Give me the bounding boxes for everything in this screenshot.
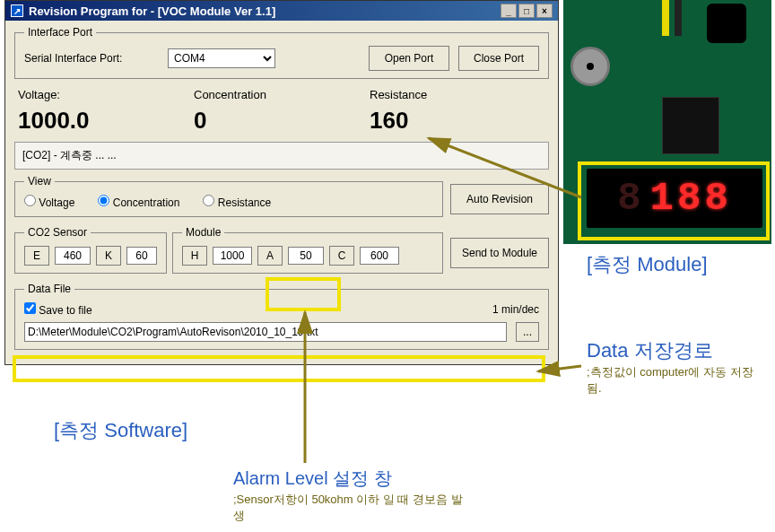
annotation-data-path-sub: ;측정값이 computer에 자동 저장됨. bbox=[587, 364, 766, 397]
maximize-button[interactable]: □ bbox=[518, 4, 535, 18]
c-button[interactable]: C bbox=[329, 246, 354, 266]
window-title: Revision Program for - [VOC Module Ver 1… bbox=[29, 4, 275, 18]
resistance-value: 160 bbox=[370, 107, 545, 135]
annotation-alarm-sub: ;Sensor저항이 50kohm 이하 일 때 경보음 발생 bbox=[233, 492, 466, 524]
interface-port-legend: Interface Port bbox=[24, 26, 96, 39]
auto-revision-button[interactable]: Auto Revision bbox=[450, 184, 549, 214]
com-port-select[interactable]: COM4 bbox=[168, 48, 275, 68]
h-input[interactable] bbox=[213, 247, 252, 265]
concentration-value: 0 bbox=[194, 107, 370, 135]
concentration-label: Concentration bbox=[194, 88, 370, 101]
co2-sensor-group: CO2 Sensor E K bbox=[14, 226, 167, 274]
data-file-group: Data File Save to file 1 min/dec ... bbox=[14, 283, 549, 350]
app-icon: ↗ bbox=[11, 4, 23, 17]
radio-voltage[interactable]: Voltage bbox=[24, 195, 74, 209]
annotation-data-path-title: Data 저장경로 bbox=[587, 337, 713, 364]
e-button[interactable]: E bbox=[24, 246, 49, 266]
k-button[interactable]: K bbox=[96, 246, 121, 266]
save-to-file-checkbox[interactable]: Save to file bbox=[24, 302, 92, 317]
cable-black bbox=[675, 0, 682, 36]
chip-main bbox=[662, 97, 719, 154]
a-input[interactable] bbox=[288, 247, 324, 265]
module-legend: Module bbox=[182, 226, 224, 239]
view-legend: View bbox=[24, 175, 55, 188]
minimize-button[interactable]: _ bbox=[501, 4, 517, 18]
audio-jack bbox=[707, 4, 746, 43]
h-button[interactable]: H bbox=[182, 246, 207, 266]
annotation-software-label: [측정 Software] bbox=[54, 417, 187, 444]
data-file-legend: Data File bbox=[24, 283, 74, 295]
svg-line-1 bbox=[538, 366, 581, 371]
serial-port-label: Serial Interface Port: bbox=[24, 52, 159, 65]
k-input[interactable] bbox=[126, 247, 157, 265]
voltage-label: Voltage: bbox=[18, 88, 194, 101]
c-input[interactable] bbox=[360, 247, 399, 265]
buzzer bbox=[570, 47, 610, 86]
close-port-button[interactable]: Close Port bbox=[458, 46, 539, 71]
voltage-value: 1000.0 bbox=[18, 107, 194, 135]
a-button[interactable]: A bbox=[257, 246, 283, 266]
readings-row: Voltage: 1000.0 Concentration 0 Resistan… bbox=[14, 84, 549, 142]
status-text: [CO2] - 계측중 ... ... bbox=[14, 142, 549, 170]
browse-button[interactable]: ... bbox=[516, 322, 539, 342]
seg-digit-dim: 8 bbox=[617, 176, 644, 221]
annotation-module-label: [측정 Module] bbox=[587, 251, 708, 278]
module-group: Module H A C bbox=[172, 226, 443, 274]
send-to-module-button[interactable]: Send to Module bbox=[450, 238, 549, 268]
radio-resistance[interactable]: Resistance bbox=[203, 195, 271, 209]
view-group: View Voltage Concentration Resistance bbox=[14, 175, 443, 217]
close-button[interactable]: × bbox=[536, 4, 553, 18]
titlebar[interactable]: ↗ Revision Program for - [VOC Module Ver… bbox=[5, 1, 558, 21]
save-rate-label: 1 min/dec bbox=[492, 303, 539, 316]
seg-digit-lit: 188 bbox=[650, 176, 732, 221]
app-window: ↗ Revision Program for - [VOC Module Ver… bbox=[4, 0, 559, 365]
file-path-input[interactable] bbox=[24, 322, 507, 342]
e-input[interactable] bbox=[55, 247, 91, 265]
co2-sensor-legend: CO2 Sensor bbox=[24, 226, 91, 239]
annotation-alarm-title: Alarm Level 설정 창 bbox=[233, 467, 392, 491]
cable-yellow bbox=[662, 0, 669, 36]
resistance-label: Resistance bbox=[370, 88, 545, 101]
seven-segment-display: 8 188 bbox=[587, 169, 762, 228]
interface-port-group: Interface Port Serial Interface Port: CO… bbox=[14, 26, 549, 79]
open-port-button[interactable]: Open Port bbox=[369, 46, 449, 71]
device-photo: 8 188 bbox=[563, 0, 771, 244]
radio-concentration[interactable]: Concentration bbox=[98, 195, 179, 209]
